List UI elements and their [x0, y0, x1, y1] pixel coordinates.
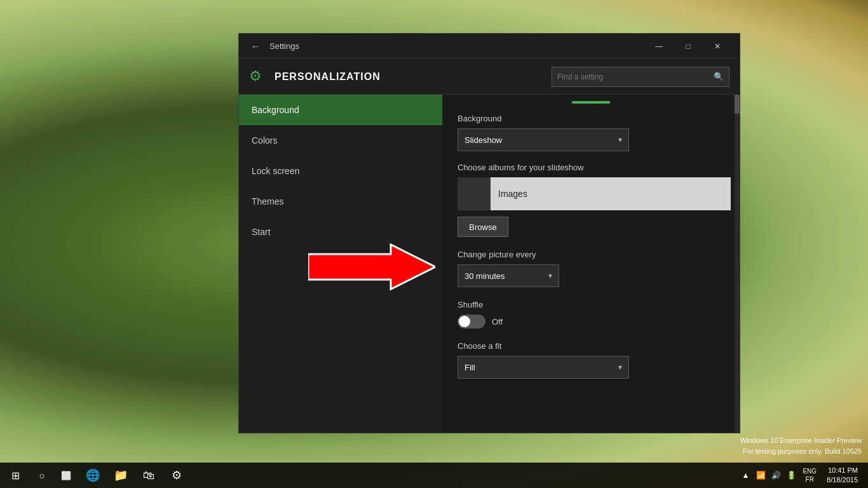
fit-label: Choose a fit	[458, 341, 724, 351]
clock-date: 8/18/2015	[827, 475, 858, 485]
header-bar: ⚙ PERSONALIZATION 🔍	[239, 59, 740, 95]
sidebar-item-background[interactable]: Background	[239, 95, 442, 125]
clock-area[interactable]: 10:41 PM 8/18/2015	[822, 466, 863, 485]
album-thumbnail	[458, 177, 491, 210]
tray-network[interactable]: 📶	[754, 463, 767, 488]
sidebar-item-themes[interactable]: Themes	[239, 186, 442, 217]
sidebar-label-lockscreen: Lock screen	[252, 166, 299, 176]
fit-dropdown[interactable]: Fill ▾	[458, 356, 629, 379]
album-name: Images	[491, 189, 527, 199]
fit-dropdown-value: Fill	[465, 363, 475, 372]
shuffle-toggle-label: Off	[492, 317, 503, 327]
browse-button[interactable]: Browse	[458, 217, 508, 237]
settings-window: ← Settings — □ ✕ ⚙ PERSONALIZATION 🔍 Ba	[238, 33, 740, 433]
minimize-button[interactable]: —	[644, 36, 674, 57]
taskbar-app-store[interactable]: 🛍	[135, 463, 163, 488]
back-button[interactable]: ←	[247, 37, 264, 55]
sidebar-label-start: Start	[252, 227, 271, 237]
change-picture-arrow-icon: ▾	[548, 271, 552, 280]
sidebar-label-themes: Themes	[252, 196, 284, 207]
gear-icon: ⚙	[249, 68, 267, 86]
change-picture-label: Change picture every	[458, 250, 724, 259]
lang-eng: ENG	[803, 467, 817, 475]
sidebar-label-colors: Colors	[252, 135, 277, 146]
toggle-knob	[459, 316, 470, 327]
tray-expand[interactable]: ▲	[739, 463, 752, 488]
maximize-button[interactable]: □	[674, 36, 703, 57]
change-picture-value: 30 minutes	[465, 271, 505, 281]
watermark-line1: Windows 10 Enterprise Insider Preview	[740, 435, 862, 446]
annotation-arrow	[308, 241, 435, 292]
fit-arrow-icon: ▾	[618, 363, 622, 372]
tray-battery[interactable]: 🔋	[785, 463, 797, 488]
sidebar-item-lockscreen[interactable]: Lock screen	[239, 156, 442, 186]
album-item[interactable]: Images	[458, 177, 731, 210]
title-bar: ← Settings — □ ✕	[239, 34, 740, 59]
browser-icon: 🌐	[86, 468, 100, 482]
task-view-button[interactable]: ⬜	[53, 463, 79, 488]
background-label: Background	[458, 114, 724, 123]
taskbar-app-browser[interactable]: 🌐	[79, 463, 107, 488]
window-title: Settings	[269, 41, 644, 51]
search-icon: 🔍	[714, 72, 724, 81]
search-box[interactable]: 🔍	[552, 67, 729, 87]
watermark: Windows 10 Enterprise Insider Preview Fo…	[740, 435, 862, 456]
language-indicator[interactable]: ENG FR	[800, 467, 819, 484]
change-picture-dropdown[interactable]: 30 minutes ▾	[458, 264, 559, 287]
settings-taskbar-icon: ⚙	[172, 468, 182, 482]
system-tray: ▲ 📶 🔊 🔋 ENG FR 10:41 PM 8/18/2015	[739, 463, 868, 488]
shuffle-toggle[interactable]	[458, 315, 485, 329]
explorer-icon: 📁	[114, 468, 128, 482]
scroll-indicator[interactable]	[735, 95, 740, 433]
clock-time: 10:41 PM	[828, 466, 858, 475]
shuffle-label: Shuffle	[458, 300, 724, 309]
background-dropdown-value: Slideshow	[465, 135, 502, 145]
taskbar-search-icon: ○	[39, 470, 44, 481]
start-icon: ⊞	[11, 470, 20, 482]
window-controls: — □ ✕	[644, 36, 732, 57]
desktop: ← Settings — □ ✕ ⚙ PERSONALIZATION 🔍 Ba	[0, 0, 868, 488]
taskbar-app-settings[interactable]: ⚙	[163, 463, 191, 488]
back-icon: ←	[251, 41, 260, 51]
albums-label: Choose albums for your slideshow	[458, 163, 724, 172]
tray-volume[interactable]: 🔊	[770, 463, 782, 488]
start-button[interactable]: ⊞	[0, 463, 31, 488]
store-icon: 🛍	[143, 469, 154, 482]
close-button[interactable]: ✕	[703, 36, 732, 57]
lang-fr: FR	[806, 475, 814, 484]
dropdown-arrow-icon: ▾	[618, 135, 622, 144]
shuffle-toggle-row: Off	[458, 315, 724, 329]
sidebar-item-colors[interactable]: Colors	[239, 125, 442, 156]
background-dropdown[interactable]: Slideshow ▾	[458, 128, 629, 151]
search-input[interactable]	[557, 72, 710, 81]
main-content: Background Slideshow ▾ Choose albums for…	[442, 95, 740, 433]
watermark-line2: For testing purposes only. Build 10525	[740, 446, 862, 457]
taskbar: ⊞ ○ ⬜ 🌐 📁 🛍 ⚙ ▲ 📶 🔊 🔋 ENG FR	[0, 463, 868, 488]
taskbar-app-explorer[interactable]: 📁	[107, 463, 135, 488]
svg-marker-0	[308, 245, 435, 289]
sidebar-label-background: Background	[252, 105, 299, 115]
taskbar-search-button[interactable]: ○	[31, 463, 53, 488]
green-indicator-bar	[572, 101, 610, 104]
task-view-icon: ⬜	[61, 471, 71, 480]
app-title: PERSONALIZATION	[275, 71, 544, 83]
scroll-thumb	[735, 95, 740, 114]
